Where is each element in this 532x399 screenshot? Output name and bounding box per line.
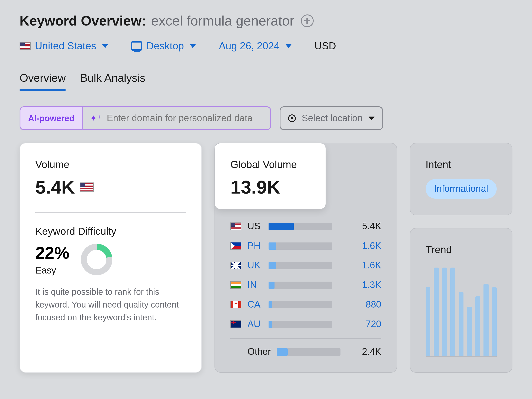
gv-other-bar	[277, 348, 341, 355]
gv-country-code: CA	[247, 299, 263, 310]
currency-label: USD	[315, 40, 336, 52]
gv-bar	[269, 301, 333, 308]
gv-value: 720	[366, 319, 381, 330]
trend-label: Trend	[426, 244, 497, 256]
gv-row-ca[interactable]: CA880	[230, 295, 381, 315]
chevron-down-icon	[102, 44, 108, 48]
trend-card: Trend	[410, 228, 513, 373]
volume-value: 5.4K	[35, 177, 75, 198]
gv-row-other: Other 2.4K	[230, 342, 381, 362]
gv-bar	[269, 243, 333, 250]
trend-bar	[434, 268, 439, 356]
global-volume-card: Global Volume 13.9K US5.4KPH1.6KUK1.6KIN…	[215, 143, 397, 373]
gv-country-code: IN	[247, 280, 263, 291]
gv-other-label: Other	[247, 346, 271, 357]
gv-row-us: US5.4K	[230, 217, 381, 236]
country-filter-label: United States	[35, 40, 96, 52]
ai-powered-badge: AI-powered	[20, 107, 83, 130]
device-filter-label: Desktop	[146, 40, 184, 52]
kd-donut-chart	[80, 243, 113, 276]
gv-bar	[269, 321, 333, 328]
trend-bar	[467, 307, 472, 356]
gv-row-in[interactable]: IN1.3K	[230, 275, 381, 295]
gv-row-au[interactable]: AU720	[230, 315, 381, 334]
title-keyword: excel formula generator	[151, 13, 294, 29]
tab-overview[interactable]: Overview	[19, 72, 66, 91]
chevron-down-icon	[190, 44, 196, 48]
us-flag-icon	[19, 42, 31, 50]
gv-separator	[230, 338, 381, 339]
date-filter[interactable]: Aug 26, 2024	[219, 40, 291, 52]
gv-value: 1.6K	[362, 241, 381, 252]
card-divider	[35, 212, 186, 213]
location-pin-icon	[288, 115, 296, 122]
ca-flag-icon	[230, 301, 241, 309]
uk-flag-icon	[230, 262, 241, 269]
trend-bar	[483, 284, 488, 356]
kd-percent: 22%	[35, 243, 69, 263]
trend-bar	[492, 287, 497, 356]
volume-label: Volume	[35, 159, 186, 171]
location-select-label: Select location	[302, 113, 363, 124]
desktop-icon	[131, 42, 142, 51]
global-volume-value: 13.9K	[230, 177, 310, 198]
gv-value: 1.6K	[362, 260, 381, 271]
volume-card: Volume 5.4K Keyword Difficulty 22% Easy	[19, 143, 202, 373]
ph-flag-icon	[230, 242, 241, 250]
kd-level: Easy	[35, 265, 69, 276]
gv-bar	[269, 282, 333, 289]
kd-description: It is quite possible to rank for this ke…	[35, 286, 186, 324]
intent-card: Intent Informational	[410, 143, 513, 215]
gv-value: 5.4K	[362, 221, 381, 232]
gv-country-code: UK	[247, 260, 263, 271]
location-select[interactable]: Select location	[280, 106, 383, 130]
trend-bar	[426, 287, 431, 356]
gv-value: 880	[366, 299, 381, 310]
gv-row-ph[interactable]: PH1.6K	[230, 236, 381, 256]
gv-row-uk[interactable]: UK1.6K	[230, 256, 381, 275]
page-title: Keyword Overview: excel formula generato…	[19, 13, 513, 29]
kd-label: Keyword Difficulty	[35, 226, 186, 237]
gv-country-code: US	[247, 221, 263, 232]
tab-bulk-analysis[interactable]: Bulk Analysis	[80, 72, 145, 91]
us-flag-icon	[80, 183, 94, 192]
ai-domain-group: AI-powered ✦⁺	[19, 106, 271, 130]
trend-bar	[442, 268, 447, 356]
device-filter[interactable]: Desktop	[131, 40, 196, 52]
trend-bar	[475, 296, 480, 356]
sparkle-icon: ✦⁺	[90, 113, 102, 124]
gv-value: 1.3K	[362, 280, 381, 291]
chevron-down-icon	[285, 44, 291, 48]
ai-domain-input-wrap[interactable]: ✦⁺	[83, 107, 270, 130]
trend-bar	[459, 292, 463, 356]
us-flag-icon	[230, 223, 241, 230]
ai-domain-input[interactable]	[107, 113, 263, 124]
volume-value-row: 5.4K	[35, 177, 186, 198]
country-filter[interactable]: United States	[19, 40, 108, 52]
gv-bar	[269, 262, 333, 269]
intent-label: Intent	[426, 159, 497, 171]
gv-country-code: PH	[247, 241, 263, 252]
trend-bar	[450, 268, 455, 356]
date-filter-label: Aug 26, 2024	[219, 40, 280, 52]
add-keyword-icon[interactable]	[301, 14, 314, 27]
title-label: Keyword Overview:	[19, 13, 146, 29]
gv-country-code: AU	[247, 319, 263, 330]
global-volume-head: Global Volume 13.9K	[215, 143, 326, 209]
chevron-down-icon	[368, 117, 374, 120]
gv-other-value: 2.4K	[362, 346, 381, 357]
trend-bar-chart	[426, 268, 497, 357]
intent-pill[interactable]: Informational	[426, 179, 497, 199]
au-flag-icon	[230, 320, 241, 328]
global-volume-label: Global Volume	[230, 159, 310, 171]
in-flag-icon	[230, 281, 241, 289]
gv-bar	[269, 223, 333, 230]
